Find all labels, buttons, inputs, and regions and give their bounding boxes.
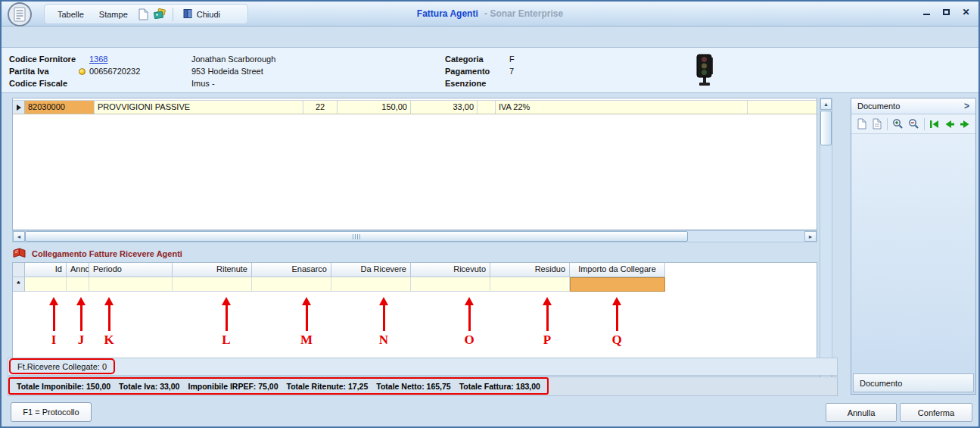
codice-fornitore-link[interactable]: 1368	[89, 55, 107, 64]
document-page-icon[interactable]	[855, 117, 868, 131]
window-title-secondary: - Sonar Enterprise	[484, 8, 563, 19]
supplier-street: 953 Hodeida Street	[191, 67, 263, 76]
invoice-row[interactable]: 82030000 PROVVIGIONI PASSIVE 22 150,00 3…	[13, 100, 817, 114]
annulla-label: Annulla	[848, 408, 876, 417]
cell-ricevuto[interactable]	[411, 277, 490, 292]
toolbar-separator	[173, 8, 173, 21]
cell-imponibile[interactable]: 150,00	[338, 101, 411, 114]
cell-codice-iva-descrizione[interactable]: IVA 22%	[496, 101, 748, 114]
red-book-icon	[12, 248, 26, 261]
close-button[interactable]: ✕	[961, 7, 971, 17]
link-section-label: Collegamento Fatture Ricevere Agenti	[32, 249, 182, 258]
cell-periodo[interactable]	[89, 277, 173, 292]
menu-chiudi[interactable]: Chiudi	[178, 6, 225, 23]
cell-anno[interactable]	[67, 277, 89, 292]
zoom-out-icon[interactable]	[907, 117, 919, 131]
column-header-periodo[interactable]: Periodo	[89, 263, 173, 277]
window-controls: ✕	[922, 7, 971, 17]
cell-fill[interactable]	[748, 101, 817, 114]
partita-iva-value: 00656720232	[89, 67, 140, 76]
cell-da-ricevere[interactable]	[331, 277, 411, 292]
collapse-chevron-icon[interactable]: >	[964, 101, 969, 111]
traffic-light-icon[interactable]	[692, 54, 718, 89]
cell-descrizione[interactable]: PROVVIGIONI PASSIVE	[95, 101, 303, 114]
totale-fattura: Totale Fattura: 183,00	[459, 382, 540, 391]
minimize-button[interactable]	[922, 7, 932, 17]
column-header-ritenute[interactable]: Ritenute	[173, 263, 252, 277]
documento-panel-header[interactable]: Documento >	[851, 98, 975, 114]
annotation-arrow-N: N	[375, 297, 392, 348]
cell-id[interactable]	[25, 277, 67, 292]
supplier-header: Codice Fornitore 1368 Partita Iva 006567…	[2, 47, 978, 93]
cell-iva[interactable]: 33,00	[411, 101, 478, 114]
column-header-id[interactable]: Id	[25, 263, 67, 277]
codice-fornitore-label: Codice Fornitore	[9, 55, 89, 64]
documento-panel-title: Documento	[857, 102, 900, 111]
documento-toolbar	[851, 114, 975, 134]
document-copy-icon[interactable]	[870, 117, 883, 131]
categoria-value: F	[509, 55, 515, 64]
scroll-right-button[interactable]: ►	[804, 231, 817, 242]
column-header-enasarco[interactable]: Enasarco	[252, 263, 331, 277]
nav-first-icon[interactable]	[929, 117, 941, 131]
link-grid-new-row[interactable]: *	[13, 277, 817, 292]
supplier-meta-fields: Categoria F Pagamento 7 Esenzione	[445, 53, 515, 89]
totale-iva: Totale Iva: 33,00	[119, 382, 179, 391]
new-document-icon[interactable]	[136, 7, 151, 21]
header-marker-cell	[13, 263, 25, 277]
cell-enasarco[interactable]	[252, 277, 331, 292]
documento-bottom-tab[interactable]: Documento	[853, 373, 974, 392]
invoice-lines-grid: 82030000 PROVVIGIONI PASSIVE 22 150,00 3…	[12, 98, 817, 230]
annotation-arrow-P: P	[539, 297, 555, 348]
nav-previous-icon[interactable]	[944, 117, 957, 131]
cell-codice-conto[interactable]: 82030000	[25, 101, 95, 114]
annotation-arrow-K: K	[101, 297, 117, 348]
column-header-ricevuto[interactable]: Ricevuto	[411, 263, 490, 277]
documento-panel: Documento >	[851, 98, 976, 395]
totale-imponibile: Totale Imponibile: 150,00	[17, 382, 110, 391]
chiudi-icon	[182, 8, 193, 20]
totale-ritenute: Totale Ritenute: 17,25	[287, 382, 369, 391]
scroll-left-button[interactable]: ◄	[13, 231, 25, 242]
pagamento-value: 7	[509, 67, 514, 76]
column-header-anno[interactable]: Anno	[67, 263, 89, 277]
menu-tabelle[interactable]: Tabelle	[51, 8, 91, 21]
annotation-arrow-J: J	[73, 297, 89, 348]
categoria-label: Categoria	[445, 55, 509, 64]
pagamento-label: Pagamento	[445, 67, 509, 76]
annotation-arrow-M: M	[298, 297, 315, 348]
column-header-importo-da-collegare[interactable]: Importo da Collegare	[570, 263, 665, 277]
vertical-scrollbar-thumb[interactable]	[820, 111, 832, 145]
column-header-da-ricevere[interactable]: Da Ricevere	[331, 263, 411, 277]
horizontal-scrollbar-thumb[interactable]	[25, 231, 688, 242]
zoom-in-icon[interactable]	[891, 117, 904, 131]
ft-ricevere-text: Ft.Ricevere Collegate: 0	[17, 362, 107, 371]
cell-importo-da-collegare[interactable]	[570, 277, 665, 292]
horizontal-scrollbar[interactable]: ◄ ►	[12, 230, 817, 242]
maximize-button[interactable]	[941, 7, 951, 17]
cell-ritenute[interactable]	[173, 277, 252, 292]
tags-icon[interactable]	[153, 7, 168, 21]
column-header-residuo[interactable]: Residuo	[490, 263, 570, 277]
totale-netto: Totale Netto: 165,75	[376, 382, 450, 391]
conferma-label: Conferma	[918, 408, 954, 417]
annulla-button[interactable]: Annulla	[826, 403, 897, 422]
annotation-arrow-I: I	[45, 297, 62, 348]
scroll-up-button[interactable]: ▲	[820, 98, 832, 110]
cell-extra[interactable]	[478, 101, 496, 114]
f1-protocollo-button[interactable]: F1 = Protocollo	[11, 402, 92, 422]
link-fatture-grid: Id Anno Periodo Ritenute Enasarco Da Ric…	[12, 262, 817, 358]
current-row-icon	[17, 105, 21, 111]
nav-next-icon[interactable]	[959, 117, 972, 131]
vertical-scrollbar[interactable]: ▲ ▼	[820, 98, 832, 380]
supplier-fields: Codice Fornitore 1368 Partita Iva 006567…	[9, 53, 140, 89]
conferma-button[interactable]: Conferma	[900, 403, 972, 422]
cell-residuo[interactable]	[490, 277, 570, 292]
link-section-title: Collegamento Fatture Ricevere Agenti	[12, 247, 182, 261]
link-grid-header-row: Id Anno Periodo Ritenute Enasarco Da Ric…	[13, 263, 817, 277]
annotation-box-ft-ricevere: Ft.Ricevere Collegate: 0	[9, 358, 115, 374]
app-icon[interactable]	[6, 2, 33, 27]
menu-stampe[interactable]: Stampe	[92, 8, 135, 21]
cell-aliquota[interactable]: 22	[303, 101, 338, 114]
titlebar: Tabelle Stampe	[2, 2, 978, 27]
